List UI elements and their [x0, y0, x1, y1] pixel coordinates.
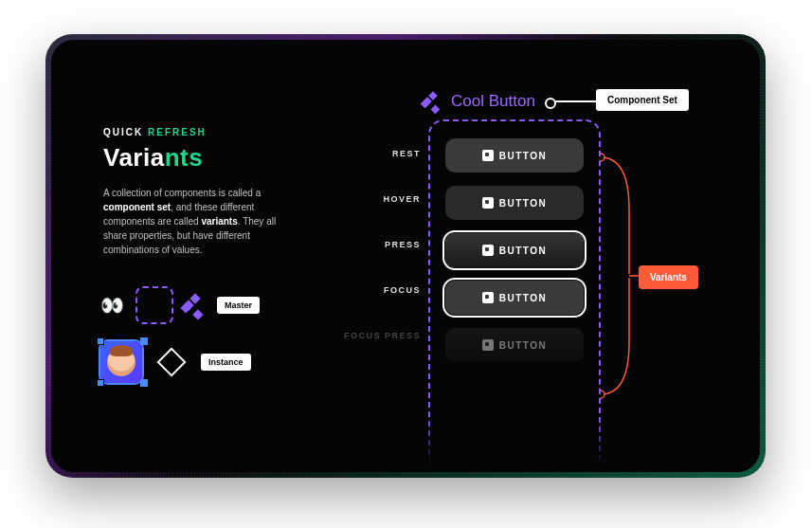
master-tag: Master [217, 297, 260, 314]
button-variant-hover[interactable]: BUTTON [445, 186, 584, 220]
instance-tag: Instance [201, 354, 251, 371]
left-column: QUICK REFRESH Variants A collection of c… [103, 127, 293, 257]
eyebrow: QUICK REFRESH [103, 127, 293, 137]
legend-row-instance: Instance [100, 341, 309, 383]
button-variant-focus-press[interactable]: BUTTON [445, 328, 584, 362]
state-label-press: PRESS [335, 240, 421, 249]
component-set-annotation: Component Set [596, 89, 689, 111]
eyes-icon: 👀 [100, 294, 124, 317]
button-icon [482, 197, 494, 209]
legend-row-master: 👀 Master [100, 286, 309, 324]
component-set-title: Cool Button [451, 92, 535, 111]
state-label-focus-press: FOCUS PRESS [335, 331, 421, 340]
connector-line-variants [601, 153, 643, 399]
state-label-rest: REST [335, 149, 421, 158]
button-icon [482, 339, 494, 351]
button-label: BUTTON [499, 151, 547, 161]
title-part2: nts [165, 143, 204, 173]
avatar[interactable] [100, 341, 142, 383]
button-icon [482, 150, 494, 161]
button-label: BUTTON [499, 198, 547, 209]
legend: 👀 Master Instance [100, 286, 309, 383]
state-label-hover: HOVER [335, 194, 421, 204]
eyebrow-part1: QUICK [103, 127, 148, 137]
page-title: Variants [103, 143, 293, 173]
button-label: BUTTON [499, 293, 547, 303]
dashed-frame-icon [135, 286, 173, 324]
fade-overlay [51, 415, 760, 472]
connector-line-top [549, 100, 596, 102]
component-icon [185, 295, 206, 316]
button-variant-focus[interactable]: BUTTON [445, 281, 584, 315]
component-set-icon [424, 93, 442, 111]
button-label: BUTTON [499, 246, 547, 256]
component-set-frame[interactable]: BUTTON BUTTON BUTTON BUTTON BUTTON [428, 119, 601, 472]
instance-icon [156, 347, 186, 376]
svg-point-2 [601, 391, 604, 398]
variants-annotation: Variants [639, 265, 698, 289]
button-label: BUTTON [499, 340, 547, 351]
button-variant-press[interactable]: BUTTON [445, 233, 584, 267]
state-labels: REST HOVER PRESS FOCUS FOCUS PRESS [335, 149, 421, 340]
title-part1: Varia [103, 143, 165, 173]
button-icon [482, 245, 494, 256]
component-set-header: Cool Button [423, 91, 535, 112]
eyebrow-part2: REFRESH [148, 127, 207, 137]
avatar-face [107, 348, 135, 376]
button-variant-rest[interactable]: BUTTON [445, 138, 584, 173]
button-icon [482, 292, 494, 303]
canvas: QUICK REFRESH Variants A collection of c… [51, 40, 760, 472]
svg-point-1 [601, 154, 604, 161]
window-frame: QUICK REFRESH Variants A collection of c… [45, 34, 766, 478]
description: A collection of components is called a c… [103, 186, 293, 257]
state-label-focus: FOCUS [335, 285, 421, 295]
